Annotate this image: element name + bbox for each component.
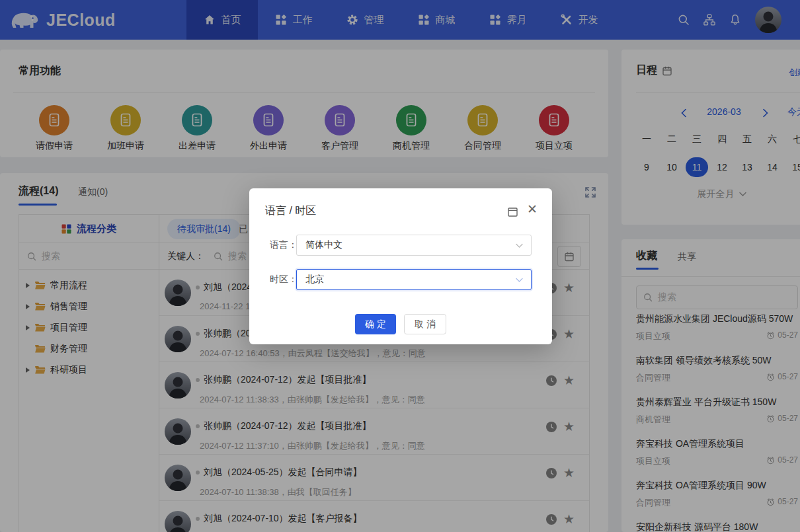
- timezone-label: 时区：: [270, 274, 298, 285]
- language-row: 语言： 简体中文: [249, 235, 552, 256]
- language-value: 简体中文: [305, 239, 342, 251]
- timezone-value: 北京: [305, 274, 324, 285]
- cancel-button[interactable]: 取 消: [404, 314, 446, 334]
- dialog-buttons: 确 定 取 消: [249, 314, 552, 334]
- language-select[interactable]: 简体中文: [296, 235, 532, 256]
- language-timezone-dialog: 语言 / 时区 ✕ 语言： 简体中文 时区： 北京 确 定 取 消: [249, 188, 552, 344]
- chevron-down-icon: [516, 278, 523, 283]
- close-icon[interactable]: ✕: [527, 203, 538, 215]
- timezone-select[interactable]: 北京: [296, 269, 532, 290]
- chevron-down-icon: [516, 243, 523, 248]
- language-label: 语言：: [270, 239, 298, 251]
- maximize-icon[interactable]: [508, 208, 518, 217]
- dialog-title: 语言 / 时区: [265, 204, 316, 218]
- ok-button[interactable]: 确 定: [355, 314, 396, 334]
- timezone-row: 时区： 北京: [249, 269, 552, 290]
